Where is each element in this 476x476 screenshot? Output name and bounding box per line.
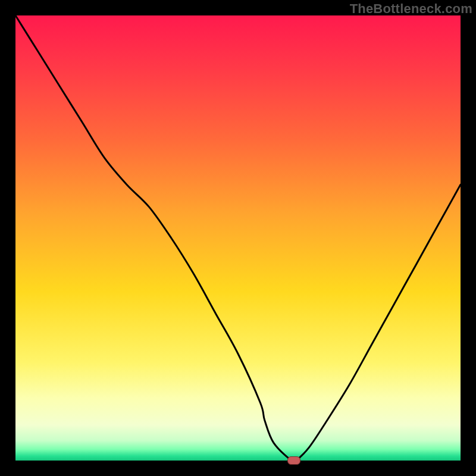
watermark-text: TheBottleneck.com <box>350 1 472 17</box>
chart-frame: TheBottleneck.com <box>0 0 476 476</box>
optimal-marker <box>287 456 300 465</box>
plot-area <box>15 15 461 461</box>
bottleneck-curve <box>15 15 461 461</box>
